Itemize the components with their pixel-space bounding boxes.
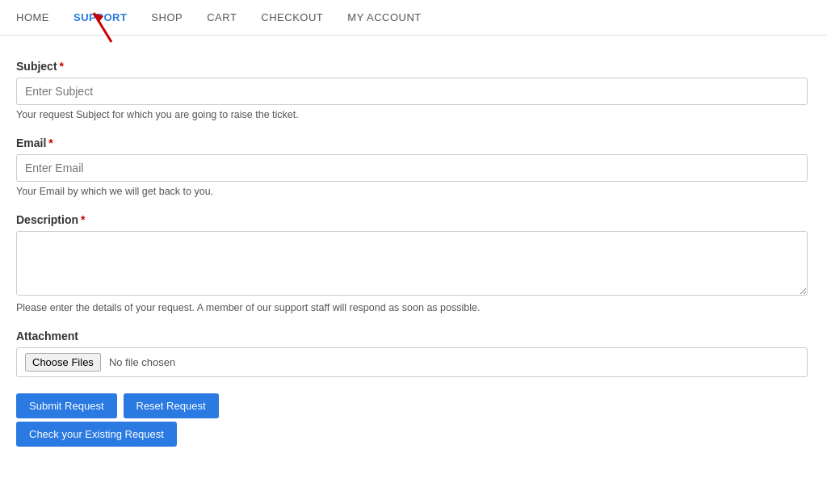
main-nav: HOME SUPPORT SHOP CART CHECKOUT MY ACCOU…: [0, 0, 827, 36]
email-hint: Your Email by which we will get back to …: [16, 186, 808, 197]
email-input[interactable]: [16, 154, 808, 182]
nav-shop[interactable]: SHOP: [151, 11, 183, 23]
submit-request-button[interactable]: Submit Request: [16, 393, 117, 418]
svg-marker-1: [94, 13, 103, 23]
file-input-wrapper: Choose Files No file chosen: [16, 347, 808, 377]
red-arrow-annotation: [87, 6, 123, 47]
nav-home[interactable]: HOME: [16, 11, 49, 23]
file-name-display: No file chosen: [109, 356, 175, 368]
nav-myaccount[interactable]: MY ACCOUNT: [347, 11, 421, 23]
reset-request-button[interactable]: Reset Request: [124, 393, 219, 418]
action-buttons: Submit Request Reset Request: [16, 393, 808, 418]
email-group: Email* Your Email by which we will get b…: [16, 136, 808, 197]
email-label: Email*: [16, 136, 808, 149]
check-existing-row: Check your Existing Request: [16, 422, 808, 447]
description-group: Description* Please enter the details of…: [16, 213, 808, 313]
description-textarea[interactable]: [16, 231, 808, 296]
support-form-container: Subject* Your request Subject for which …: [0, 36, 824, 463]
check-existing-button[interactable]: Check your Existing Request: [16, 422, 177, 447]
subject-label: Subject*: [16, 60, 808, 73]
choose-files-button[interactable]: Choose Files: [25, 353, 101, 372]
nav-checkout[interactable]: CHECKOUT: [261, 11, 323, 23]
subject-group: Subject* Your request Subject for which …: [16, 60, 808, 120]
subject-input[interactable]: [16, 78, 808, 105]
attachment-label: Attachment: [16, 330, 808, 342]
description-label: Description*: [16, 213, 808, 226]
nav-cart[interactable]: CART: [207, 11, 237, 23]
description-hint: Please enter the details of your request…: [16, 302, 808, 313]
subject-hint: Your request Subject for which you are g…: [16, 109, 808, 120]
attachment-group: Attachment Choose Files No file chosen: [16, 330, 808, 377]
